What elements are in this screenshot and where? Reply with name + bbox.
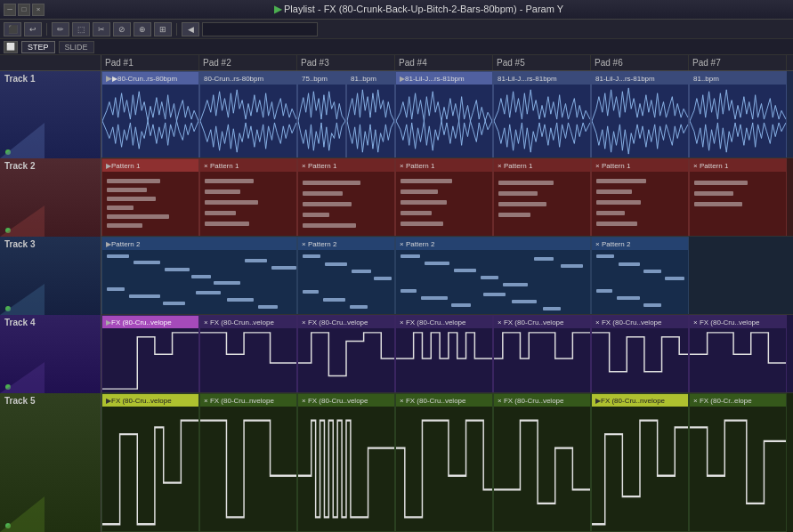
pad-header-7: Pad #7: [689, 55, 787, 70]
t2-clip-2-header: × Pattern 1: [200, 159, 296, 172]
track-3-clip-1[interactable]: ▶ Pattern 2: [101, 237, 297, 315]
note: [205, 222, 249, 226]
t4-c1-header: ▶ FX (80-Cru..velope: [102, 316, 198, 328]
note: [374, 277, 392, 280]
t5-c2-label: × FX (80-Cru..nvelope: [204, 397, 274, 405]
note: [451, 303, 471, 307]
svg-rect-18: [396, 407, 492, 531]
track-1-clip-6[interactable]: 81-Lil-J...rs-81bpm: [493, 71, 591, 158]
track-1-clip-4[interactable]: 81..bpm: [346, 71, 395, 158]
note: [596, 289, 612, 293]
track-3-clip-2[interactable]: × Pattern 2: [297, 237, 395, 315]
t5-c1-curve: [102, 407, 198, 531]
track-5-content[interactable]: ▶ FX (80-Cru..velope × FX (80-Cru..nvelo…: [101, 393, 793, 532]
t2-c1-label: Pattern 1: [111, 162, 140, 170]
t3-c1-notes: [102, 250, 296, 314]
note: [454, 269, 476, 272]
track-1-clip-3[interactable]: 75..bpm: [297, 71, 346, 158]
track-5-clip-4[interactable]: × FX (80-Cru..velope: [395, 393, 493, 532]
t5-c7-curve: [690, 407, 786, 531]
t4-c3-label: × FX (80-Cru..velope: [302, 318, 368, 326]
track-1-clip-5[interactable]: ▶ 81-Lil-J...rs-81bpm: [395, 71, 493, 158]
t5-c6-curve: [592, 407, 688, 531]
note: [303, 191, 343, 196]
track-4-clip-3[interactable]: × FX (80-Cru..velope: [297, 315, 395, 393]
track-5-clip-3[interactable]: × FX (80-Cru..velope: [297, 393, 395, 532]
track-4-label[interactable]: Track 4: [0, 315, 101, 393]
track-2-clip-6[interactable]: × Pattern 1: [591, 158, 689, 237]
toolbar-btn-select[interactable]: ⬚: [72, 22, 90, 36]
maximize-icon[interactable]: □: [18, 4, 30, 16]
track-3-clip-4[interactable]: × Pattern 2: [591, 237, 689, 315]
toolbar-btn-2[interactable]: ↩: [24, 22, 42, 36]
svg-rect-8: [102, 328, 198, 392]
toolbar-btn-5[interactable]: ⊕: [134, 22, 151, 36]
track-2-clip-3[interactable]: × Pattern 1: [297, 158, 395, 237]
note: [323, 298, 345, 302]
track-5-label[interactable]: Track 5: [0, 393, 101, 532]
pad-header-4: Pad #4: [395, 55, 493, 70]
note: [694, 191, 733, 196]
toolbar-btn-zoom-in[interactable]: ◀: [182, 22, 199, 36]
minimize-icon[interactable]: ─: [4, 4, 16, 16]
clip-7-label: 81-Lil-J...rs-81bpm: [595, 75, 655, 83]
track-5-clip-5[interactable]: × FX (80-Cru..velope: [493, 393, 591, 532]
toolbar-btn-mute[interactable]: ⊘: [113, 22, 131, 36]
step-button[interactable]: STEP: [21, 41, 55, 53]
note: [205, 211, 236, 215]
track-2-content[interactable]: ▶ Pattern 1 × Pattern 1: [101, 158, 793, 237]
t2-clip-1-header: ▶ Pattern 1: [102, 159, 198, 172]
clip-5-label: 81-Lil-J...rs-81bpm: [405, 75, 465, 83]
pad-header-5: Pad #5: [493, 55, 591, 70]
toolbar-btn-delete[interactable]: ✂: [93, 22, 110, 36]
t4-c1-label: FX (80-Cru..velope: [111, 318, 172, 326]
t5-c3-label: × FX (80-Cru..velope: [302, 397, 368, 405]
t5-c5-curve: [494, 407, 590, 531]
track-2-clip-4[interactable]: × Pattern 1: [395, 158, 493, 237]
track-5-clip-2[interactable]: × FX (80-Cru..nvelope: [199, 393, 297, 532]
track-1-clip-8[interactable]: 81..bpm: [689, 71, 787, 158]
track-1-clip-1[interactable]: ▶ ▶80-Crun..rs-80bpm: [101, 71, 199, 158]
track-1-clip-7[interactable]: 81-Lil-J...rs-81bpm: [591, 71, 689, 158]
track-4-name: Track 4: [4, 318, 35, 327]
note: [303, 213, 329, 217]
track-1-label[interactable]: Track 1: [0, 71, 101, 158]
track-5-clip-6[interactable]: ▶ FX (80-Cru..nvelope: [591, 393, 689, 532]
track-2-clip-2[interactable]: × Pattern 1: [199, 158, 297, 237]
track-4-clip-4[interactable]: × FX (80-Cru..velope: [395, 315, 493, 393]
track-5-clip-1[interactable]: ▶ FX (80-Cru..velope: [101, 393, 199, 532]
t4-c6-curve: [592, 328, 688, 392]
track-2-clip-5[interactable]: × Pattern 1: [493, 158, 591, 237]
t2-c6-notes: [592, 172, 688, 236]
t3-c3-header: × Pattern 2: [396, 238, 590, 250]
note: [596, 179, 646, 183]
track-3-clip-3[interactable]: × Pattern 2: [395, 237, 591, 315]
track-4-clip-2[interactable]: × FX (80-Crun..velope: [199, 315, 297, 393]
track-3-label[interactable]: Track 3: [0, 237, 101, 315]
track-4-content[interactable]: ▶ FX (80-Cru..velope × FX (80-Crun..velo…: [101, 315, 793, 393]
toolbar-search-input[interactable]: [202, 22, 318, 36]
close-icon[interactable]: ×: [32, 4, 45, 16]
track-4-clip-1[interactable]: ▶ FX (80-Cru..velope: [101, 315, 199, 393]
t2-c3-notes: [298, 172, 394, 236]
note: [498, 181, 554, 185]
note: [271, 266, 296, 270]
track-2-label[interactable]: Track 2: [0, 158, 101, 237]
toolbar-btn-1[interactable]: ⬛: [4, 22, 21, 36]
track-5-clip-7[interactable]: × FX (80-Cr..elope: [689, 393, 787, 532]
toolbar-btn-6[interactable]: ⊞: [154, 22, 172, 36]
svg-rect-1: [200, 85, 296, 157]
track-1-clip-2[interactable]: 80-Crun..rs-80bpm: [199, 71, 297, 158]
t3-c1-label: Pattern 2: [111, 240, 140, 248]
track-4-clip-7[interactable]: × FX (80-Cru..velope: [689, 315, 787, 393]
track-4-clip-5[interactable]: × FX (80-Cru..velope: [493, 315, 591, 393]
track-2-clip-7[interactable]: × Pattern 1: [689, 158, 787, 237]
track-3-content[interactable]: ▶ Pattern 2: [101, 237, 793, 315]
track-2-clip-1[interactable]: ▶ Pattern 1: [101, 158, 199, 237]
track-4-clip-6[interactable]: × FX (80-Cru..velope: [591, 315, 689, 393]
slide-button[interactable]: SLIDE: [59, 41, 94, 53]
track-1-content[interactable]: ▶ ▶80-Crun..rs-80bpm 80-Crun..rs-: [101, 71, 793, 158]
note: [107, 254, 129, 258]
svg-rect-19: [494, 407, 590, 531]
toolbar-btn-pencil[interactable]: ✏: [52, 22, 69, 36]
